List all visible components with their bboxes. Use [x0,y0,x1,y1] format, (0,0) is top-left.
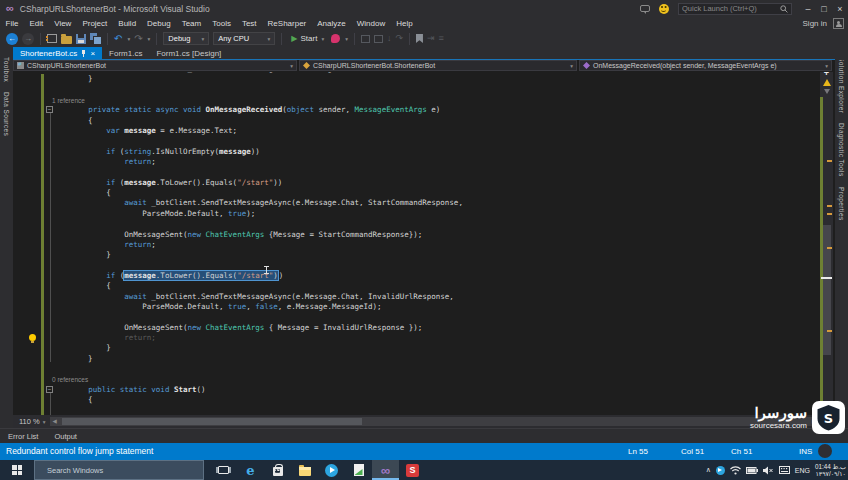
comment-icon[interactable]: ≡ [439,34,444,43]
close-tab-icon[interactable]: × [90,49,95,58]
code-line[interactable] [13,167,818,177]
hot-reload-dropdown-icon[interactable]: ▾ [345,36,348,42]
code-line[interactable]: public static void Start() [13,385,818,395]
tool-tab-data-sources[interactable]: Data Sources [3,92,10,136]
tab-shortenerbot-cs[interactable]: ShortenerBot.cs× [13,47,102,60]
tool-tab-toolbox[interactable]: Toolbox [3,57,10,82]
code-line[interactable] [13,136,818,146]
navigate-forward-icon[interactable]: → [22,33,34,45]
tab-form1-cs-design[interactable]: Form1.cs [Design] [149,47,228,60]
code-line[interactable] [13,85,818,95]
horizontal-scrollbar[interactable]: ◀ ▶ [50,417,819,426]
battery-icon[interactable] [746,467,758,474]
menu-tools[interactable]: Tools [207,19,237,28]
visual-studio-taskbar-button[interactable]: ∞ [372,460,399,480]
collapse-region-icon[interactable]: − [46,386,53,393]
taskbar-search-input[interactable]: Search Windows [34,460,204,480]
sourcesara-app-button[interactable]: S [399,460,426,480]
code-line[interactable]: { [13,395,818,405]
codelens-references[interactable]: 0 references [13,374,818,384]
user-avatar-icon[interactable] [833,18,844,29]
code-line[interactable]: { [13,116,818,126]
start-button[interactable] [0,460,34,480]
breakpoints-window-icon[interactable] [374,35,383,43]
menu-edit[interactable]: Edit [24,19,49,28]
zoom-level-dropdown[interactable]: 110 % ▾ [13,417,50,426]
menu-resharper[interactable]: ReSharper [262,19,312,28]
feedback-icon[interactable] [640,5,650,12]
restore-button[interactable]: □ [816,1,832,16]
code-line[interactable]: { [13,188,818,198]
save-icon[interactable] [76,34,86,44]
panel-tab-error-list[interactable]: Error List [0,432,46,441]
code-line[interactable]: await _botClient.SendTextMessageAsync(e.… [13,292,818,302]
open-file-icon[interactable] [61,36,72,44]
scroll-left-icon[interactable]: ◀ [50,417,60,426]
step-into-icon[interactable]: ↓ [387,34,392,43]
code-line[interactable]: await _botClient.SendTextMessageAsync(e.… [13,198,818,208]
code-line[interactable] [13,219,818,229]
code-line[interactable]: } [13,354,818,364]
speaker-muted-icon[interactable] [763,466,774,475]
file-explorer-button[interactable] [291,460,318,480]
show-next-statement-icon[interactable] [361,35,370,43]
menu-file[interactable]: File [0,19,24,28]
quick-launch-input[interactable]: Quick Launch (Ctrl+Q) [678,3,792,15]
sign-in-link[interactable]: Sign in [803,19,827,28]
breadcrumb-type-dropdown[interactable]: CSharpURLShortenerBot.ShortenerBot▾ [299,60,577,71]
code-line[interactable]: return; [13,157,818,167]
code-line[interactable]: return; [13,333,818,343]
code-line[interactable]: OnMessageSent(new ChatEventArgs { Messag… [13,323,818,333]
menu-window[interactable]: Window [351,19,390,28]
undo-icon[interactable]: ↶ [114,34,122,44]
pin-icon[interactable] [81,50,86,58]
step-over-icon[interactable]: ↷ [395,34,403,43]
menu-team[interactable]: Team [176,19,207,28]
bookmark-icon[interactable] [416,34,423,43]
tab-form1-cs[interactable]: Form1.cs [102,47,149,60]
language-indicator[interactable]: ENG [795,467,810,474]
menu-build[interactable]: Build [113,19,142,28]
code-line[interactable] [13,261,818,271]
tool-tab-solution-explorer[interactable]: Solution Explorer [838,57,845,113]
tray-clock[interactable]: 01:44 ب.ظ ۱۳۹۷/۰۹/۱۰ [815,463,846,478]
code-line[interactable]: var message = e.Message.Text; [13,126,818,136]
edge-button[interactable]: e [237,460,264,480]
minimize-button[interactable]: – [800,1,816,16]
menu-debug[interactable]: Debug [142,19,177,28]
tool-tab-diagnostic-tools[interactable]: Diagnostic Tools [838,123,845,177]
code-line[interactable]: { [13,281,818,291]
codelens-references[interactable]: 1 reference [13,95,818,105]
breadcrumb-project-dropdown[interactable]: CSharpURLShortenerBot▾ [13,60,297,71]
code-line[interactable]: if (message.ToLower().Equals("/start")) [13,178,818,188]
code-line[interactable]: private static async void OnMessageRecei… [13,105,818,115]
code-line[interactable] [13,312,818,322]
panel-tab-output[interactable]: Output [46,432,85,441]
navigate-back-icon[interactable]: ← [6,33,18,45]
breadcrumb-member-dropdown[interactable]: OnMessageReceived(object sender, Message… [579,60,832,71]
menu-test[interactable]: Test [236,19,262,28]
menu-project[interactable]: Project [77,19,113,28]
menu-help[interactable]: Help [391,19,418,28]
tool-tab-properties[interactable]: Properties [838,187,845,221]
code-line[interactable]: ParseMode.Default, true); [13,209,818,219]
code-line[interactable]: if (string.IsNullOrEmpty(message)) [13,147,818,157]
collapse-region-icon[interactable]: − [46,106,53,113]
start-debugging-button[interactable]: ▶ Start▾ [288,34,327,43]
save-all-icon[interactable] [90,33,101,44]
hot-reload-icon[interactable] [331,34,340,43]
task-view-button[interactable] [210,460,237,480]
code-line[interactable]: OnMessageSent(new ChatEventArgs {Message… [13,230,818,240]
wifi-icon[interactable] [730,466,741,475]
vertical-scrollbar-thumb[interactable] [822,225,831,355]
store-button[interactable] [264,460,291,480]
menu-view[interactable]: View [49,19,77,28]
quick-actions-lightbulb-icon[interactable] [29,334,36,341]
touch-keyboard-icon[interactable] [779,466,790,474]
tray-chevron-icon[interactable]: ∧ [706,466,711,474]
solution-configuration-dropdown[interactable]: Debug▾ [163,32,209,45]
redo-icon[interactable]: ↷ [134,34,142,44]
horizontal-scrollbar-thumb[interactable] [62,418,362,425]
telegram-button[interactable] [318,460,345,480]
vertical-scrollbar[interactable]: ▲ + ▼ [820,60,833,415]
